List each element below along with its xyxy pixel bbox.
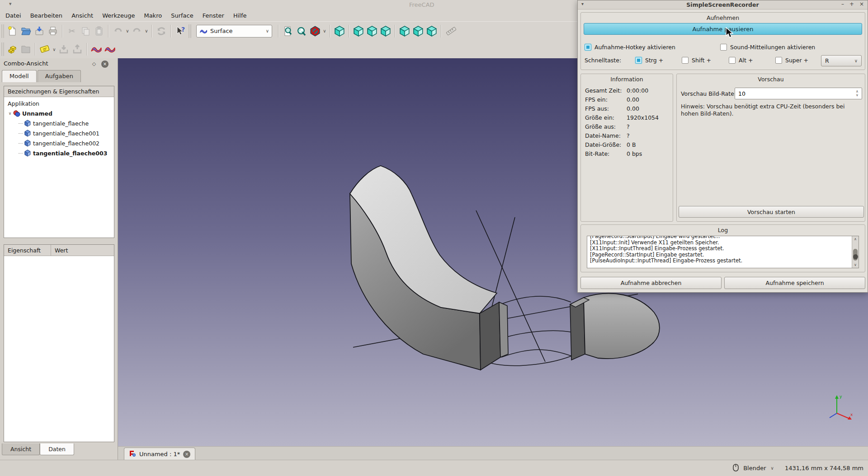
view-left-icon[interactable] <box>425 24 439 38</box>
tab-ansicht[interactable]: Ansicht <box>2 443 40 455</box>
create-part-icon[interactable] <box>5 42 19 56</box>
import-icon[interactable] <box>57 42 71 56</box>
mdi-tab-label: Unnamed : 1* <box>139 451 180 457</box>
hotkey-key-combo[interactable]: R ∨ <box>821 55 862 66</box>
view-top-icon[interactable] <box>365 24 379 38</box>
tree-item-tangentiale-flaeche[interactable]: tangentiale_flaeche <box>4 118 114 128</box>
draw-style-dropdown-icon[interactable]: ∨ <box>322 28 327 33</box>
tree-root-application[interactable]: Applikation <box>4 98 114 108</box>
view-right-icon[interactable] <box>379 24 392 38</box>
scroll-up-icon[interactable]: ∧ <box>852 237 859 241</box>
cut-icon[interactable]: ✂ <box>65 24 79 38</box>
menu-werkzeuge[interactable]: Werkzeuge <box>98 11 139 20</box>
menu-fenster[interactable]: Fenster <box>198 11 229 20</box>
tree-document-unnamed[interactable]: ∨ Unnamed <box>4 108 114 118</box>
open-document-icon[interactable] <box>19 24 33 38</box>
nav-style-dropdown-icon[interactable]: ∨ <box>771 466 774 471</box>
create-group-icon[interactable] <box>19 42 33 56</box>
toolbar-separator <box>170 25 171 37</box>
menu-ansicht[interactable]: Ansicht <box>67 11 98 20</box>
undo-dropdown-icon[interactable]: ∨ <box>125 28 130 33</box>
view-isometric-icon[interactable] <box>333 24 346 38</box>
view-bottom-icon[interactable] <box>411 24 425 38</box>
column-wert[interactable]: Wert <box>51 247 68 254</box>
workbench-selector-value: Surface <box>210 28 263 34</box>
log-group: Log [PageRecord::StartInput] Eingabe wir… <box>580 224 865 272</box>
spin-down-icon[interactable]: ∨ <box>856 93 859 97</box>
mdi-tab-unnamed[interactable]: Unnamed : 1* × <box>124 448 195 460</box>
menu-datei[interactable]: Datei <box>1 11 26 20</box>
workbench-selector[interactable]: Surface ∨ <box>196 25 272 37</box>
panel-collapse-icon[interactable]: ▾ <box>9 1 12 7</box>
chevron-down-icon: ∨ <box>266 28 269 33</box>
view-rear-icon[interactable] <box>398 24 411 38</box>
cancel-recording-button[interactable]: Aufnahme abbrechen <box>580 277 722 289</box>
minimize-icon[interactable]: – <box>841 1 844 7</box>
new-document-icon[interactable] <box>5 24 19 38</box>
toolbar-handle[interactable] <box>189 24 191 38</box>
tree-item-tangentiale-flaeche002[interactable]: tangentiale_flaeche002 <box>4 138 114 148</box>
sound-notify-checkbox[interactable] <box>720 44 727 51</box>
menu-makro[interactable]: Makro <box>139 11 166 20</box>
strg-checkbox[interactable] <box>635 57 642 64</box>
chevron-down-icon: ∨ <box>854 58 858 63</box>
tab-daten[interactable]: Daten <box>40 443 74 455</box>
modifier-shift: Shift + <box>682 57 711 64</box>
tab-close-icon[interactable]: × <box>183 451 190 458</box>
log-output[interactable]: [PageRecord::StartInput] Eingabe wird ge… <box>587 236 859 268</box>
maximize-icon[interactable]: + <box>849 1 854 7</box>
toolbar-handle[interactable] <box>1 42 4 56</box>
redo-icon[interactable] <box>130 24 144 38</box>
surface-filling-icon[interactable] <box>90 42 103 56</box>
mouse-model-icon <box>733 464 739 473</box>
tree-expand-icon[interactable]: ∨ <box>7 111 13 116</box>
draw-style-icon[interactable] <box>308 24 322 38</box>
svg-text:?: ? <box>181 26 185 33</box>
whats-this-icon[interactable]: ? <box>174 24 187 38</box>
surface-geomfill-icon[interactable] <box>103 42 117 56</box>
copy-icon[interactable] <box>79 24 92 38</box>
view-front-icon[interactable] <box>352 24 365 38</box>
property-table-body[interactable] <box>4 256 114 441</box>
super-checkbox[interactable] <box>775 57 782 64</box>
close-icon[interactable]: × <box>859 1 864 7</box>
dock-close-icon[interactable]: × <box>101 61 108 68</box>
pause-recording-button[interactable]: Aufnahme pausieren <box>584 23 862 35</box>
hotkey-enable-checkbox[interactable] <box>585 44 591 51</box>
toolbar-handle[interactable] <box>1 24 4 38</box>
dock-float-icon[interactable]: ◇ <box>90 61 98 68</box>
surface-object-icon <box>24 120 31 127</box>
surface-object-icon <box>24 130 31 137</box>
label-tag-dropdown-icon[interactable]: ∨ <box>52 47 57 52</box>
start-preview-button[interactable]: Vorschau starten <box>679 206 864 218</box>
label-tag-icon[interactable] <box>38 42 52 56</box>
tree-item-tangentiale-flaeche001[interactable]: tangentiale_flaeche001 <box>4 128 114 138</box>
fit-selection-icon[interactable] <box>295 24 308 38</box>
scroll-down-icon[interactable]: ∨ <box>852 263 859 267</box>
menu-surface[interactable]: Surface <box>166 11 198 20</box>
measure-distance-icon[interactable] <box>444 24 458 38</box>
paste-icon[interactable] <box>92 24 106 38</box>
refresh-icon[interactable] <box>155 24 168 38</box>
undo-icon[interactable] <box>111 24 125 38</box>
tree-item-tangentiale-flaeche003[interactable]: tangentiale_flaeche003 <box>4 148 114 158</box>
fit-all-icon[interactable] <box>281 24 295 38</box>
framerate-value[interactable] <box>735 88 853 99</box>
hotkey-label-row: Schnelltaste: <box>585 57 621 64</box>
alt-checkbox[interactable] <box>729 57 736 64</box>
print-icon[interactable] <box>46 24 60 38</box>
menu-bearbeiten[interactable]: Bearbeiten <box>26 11 67 20</box>
log-scrollbar[interactable]: ∧ ∨ <box>852 236 859 268</box>
save-recording-button[interactable]: Aufnahme speichern <box>724 277 865 289</box>
column-eigenschaft[interactable]: Eigenschaft <box>4 245 51 256</box>
export-icon[interactable] <box>71 42 84 56</box>
ssr-titlebar[interactable]: ▾ SimpleScreenRecorder – + × <box>578 0 868 9</box>
shift-checkbox[interactable] <box>682 57 689 64</box>
toolbar-separator <box>108 25 109 37</box>
tab-aufgaben[interactable]: Aufgaben <box>38 70 81 82</box>
redo-dropdown-icon[interactable]: ∨ <box>144 28 149 33</box>
framerate-spinbox[interactable]: ∧∨ <box>735 88 862 99</box>
save-document-icon[interactable] <box>33 24 46 38</box>
tab-modell[interactable]: Modell <box>2 70 37 82</box>
menu-hilfe[interactable]: Hilfe <box>229 11 251 20</box>
